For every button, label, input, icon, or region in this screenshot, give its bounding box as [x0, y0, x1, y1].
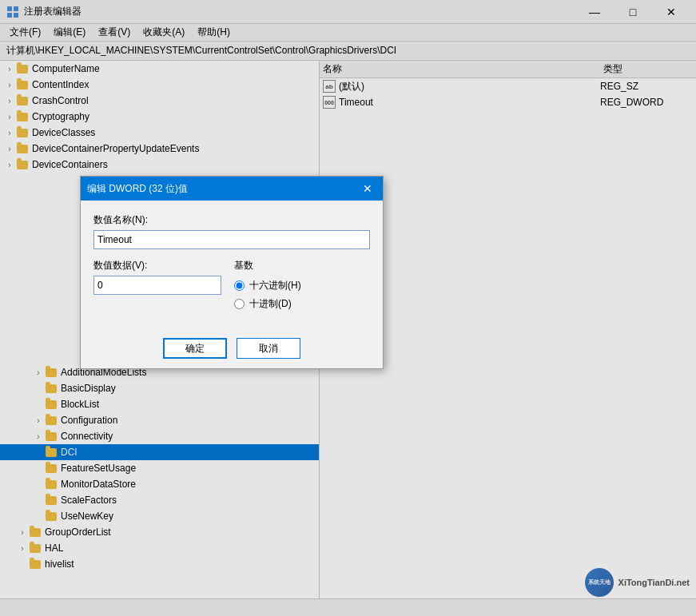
name-label: 数值名称(N):: [93, 213, 370, 227]
dialog-body: 数值名称(N): 数值数据(V): 基数 十六进制(H) 十进制(D): [81, 201, 383, 328]
base-label: 基数: [234, 259, 370, 272]
cancel-button[interactable]: 取消: [237, 338, 300, 359]
hex-label: 十六进制(H): [249, 279, 301, 292]
data-input[interactable]: [93, 276, 221, 295]
dec-radio-row: 十进制(D): [234, 297, 370, 311]
data-label: 数值数据(V):: [93, 259, 221, 272]
edit-dword-dialog: 编辑 DWORD (32 位)值 ✕ 数值名称(N): 数值数据(V): 基数 …: [80, 176, 384, 369]
dialog-title-bar: 编辑 DWORD (32 位)值 ✕: [81, 177, 383, 201]
hex-radio-row: 十六进制(H): [234, 279, 370, 292]
hex-radio[interactable]: [234, 280, 245, 291]
dialog-left-col: 数值数据(V):: [93, 259, 221, 316]
dec-radio[interactable]: [234, 299, 245, 309]
dialog-footer: 确定 取消: [81, 328, 383, 368]
modal-overlay: 编辑 DWORD (32 位)值 ✕ 数值名称(N): 数值数据(V): 基数 …: [0, 0, 696, 616]
confirm-button[interactable]: 确定: [163, 338, 227, 359]
dialog-close-button[interactable]: ✕: [359, 180, 376, 197]
dialog-row: 数值数据(V): 基数 十六进制(H) 十进制(D): [93, 259, 370, 316]
dec-label: 十进制(D): [249, 297, 292, 311]
dialog-title-text: 编辑 DWORD (32 位)值: [87, 182, 188, 196]
dialog-right-col: 基数 十六进制(H) 十进制(D): [234, 259, 370, 316]
name-input[interactable]: [93, 230, 370, 249]
